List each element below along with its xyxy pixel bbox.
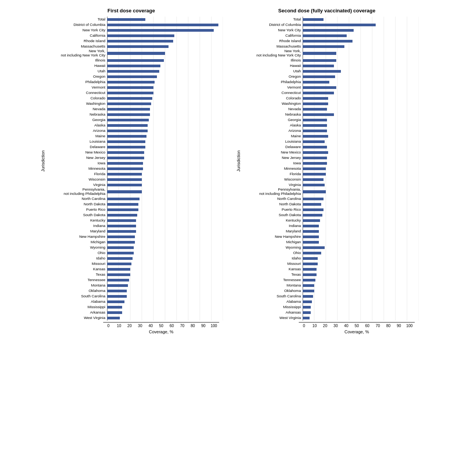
- bars-column-first-dose: [107, 17, 223, 321]
- bar: [107, 214, 137, 217]
- bar-row: [107, 33, 223, 38]
- jurisdiction-label: New Hampshire: [243, 234, 303, 239]
- bar: [107, 257, 133, 260]
- jurisdiction-label: Wisconsin: [47, 177, 107, 182]
- bar-row: [107, 49, 223, 58]
- jurisdiction-label: Tennessee: [243, 277, 303, 283]
- bar-row: [107, 38, 223, 44]
- x-tick-label: 80: [383, 324, 393, 328]
- bar: [107, 235, 135, 238]
- bar-row: [303, 277, 419, 283]
- bar-row: [303, 288, 419, 293]
- bar-row: [303, 49, 419, 58]
- bar-row: [107, 44, 223, 49]
- bar-row: [303, 123, 419, 128]
- chart-second-dose: Second dose (fully vaccinated) coverageJ…: [235, 8, 419, 334]
- jurisdiction-label: Ohio: [243, 250, 303, 256]
- bar-row: [107, 207, 223, 212]
- bar-row: [107, 177, 223, 182]
- jurisdiction-label: North Dakota: [47, 201, 107, 207]
- bar-row: [107, 58, 223, 63]
- jurisdiction-label: California: [47, 33, 107, 38]
- bar-row: [303, 266, 419, 272]
- bar: [303, 65, 334, 67]
- jurisdiction-label: Indiana: [243, 223, 303, 229]
- jurisdiction-label: Virginia: [47, 182, 107, 188]
- jurisdiction-label: Arkansas: [243, 310, 303, 315]
- bar: [107, 219, 136, 222]
- x-tick-label: 0: [103, 324, 114, 328]
- jurisdiction-label: Hawaii: [243, 63, 303, 68]
- bar: [303, 230, 319, 233]
- chart-inner-first-dose: TotalDistrict of ColumbiaNew York CityCa…: [47, 17, 223, 322]
- jurisdiction-label: North Carolina: [47, 196, 107, 201]
- jurisdiction-label: Pennsylvania,not including Philadelphia: [243, 188, 303, 196]
- bar: [107, 59, 164, 62]
- jurisdiction-label: Pennsylvania,not including Philadelphia: [47, 188, 107, 196]
- bar-row: [107, 218, 223, 223]
- jurisdiction-label: New York City: [47, 27, 107, 33]
- bar-row: [303, 239, 419, 245]
- bar: [303, 119, 327, 121]
- bar: [303, 135, 328, 138]
- x-tick-label: 40: [341, 324, 351, 328]
- jurisdiction-label: Alabama: [243, 299, 303, 304]
- jurisdiction-label: Alaska: [243, 123, 303, 128]
- bar-row: [107, 283, 223, 288]
- chart-inner-second-dose: TotalDistrict of ColumbiaNew York CityCa…: [243, 17, 419, 322]
- bar: [107, 203, 138, 206]
- jurisdiction-label: Kansas: [47, 266, 107, 272]
- bar-row: [107, 261, 223, 266]
- bar-row: [303, 128, 419, 133]
- bar: [303, 45, 344, 48]
- x-tick-label: 10: [309, 324, 320, 328]
- bar-row: [107, 245, 223, 250]
- jurisdiction-label: New Mexico: [243, 150, 303, 155]
- labels-column-first-dose: TotalDistrict of ColumbiaNew York CityCa…: [47, 17, 107, 322]
- bar-row: [303, 74, 419, 79]
- bar: [303, 75, 335, 78]
- bar: [303, 263, 318, 265]
- bar-row: [107, 74, 223, 79]
- jurisdiction-label: Alaska: [47, 123, 107, 128]
- bar-row: [107, 96, 223, 101]
- bar-row: [303, 17, 419, 22]
- bar: [303, 311, 311, 314]
- bar-row: [303, 182, 419, 188]
- bar: [303, 184, 325, 186]
- bar-row: [303, 256, 419, 261]
- bar-row: [303, 85, 419, 90]
- bar: [107, 317, 120, 319]
- bar-row: [303, 79, 419, 85]
- bar: [107, 241, 135, 244]
- bar-row: [107, 160, 223, 166]
- bar-row: [107, 117, 223, 123]
- bar-row: [303, 160, 419, 166]
- bar: [303, 219, 320, 222]
- bar: [107, 119, 149, 121]
- jurisdiction-label: New Jersey: [47, 155, 107, 160]
- bar: [303, 198, 323, 200]
- bar: [107, 146, 145, 148]
- jurisdiction-label: Oklahoma: [47, 288, 107, 293]
- jurisdiction-label: Puerto Rico: [243, 207, 303, 212]
- bar: [107, 225, 136, 227]
- jurisdiction-label: South Dakota: [47, 212, 107, 218]
- bar: [303, 284, 314, 287]
- jurisdiction-label: Montana: [243, 283, 303, 288]
- jurisdiction-label: West Virginia: [47, 315, 107, 321]
- bar: [303, 246, 325, 249]
- jurisdiction-label: Iowa: [47, 160, 107, 166]
- bar: [303, 113, 334, 116]
- bar-row: [107, 106, 223, 112]
- bar-row: [107, 63, 223, 68]
- bar: [107, 268, 130, 271]
- jurisdiction-label: Florida: [243, 171, 303, 177]
- jurisdiction-label: Mississippi: [47, 304, 107, 310]
- bar: [107, 135, 146, 138]
- bar: [107, 178, 142, 181]
- jurisdiction-label: Massachusetts: [243, 44, 303, 49]
- bar-row: [107, 310, 223, 315]
- jurisdiction-label: Philadelphia: [47, 79, 107, 85]
- bar-row: [107, 112, 223, 117]
